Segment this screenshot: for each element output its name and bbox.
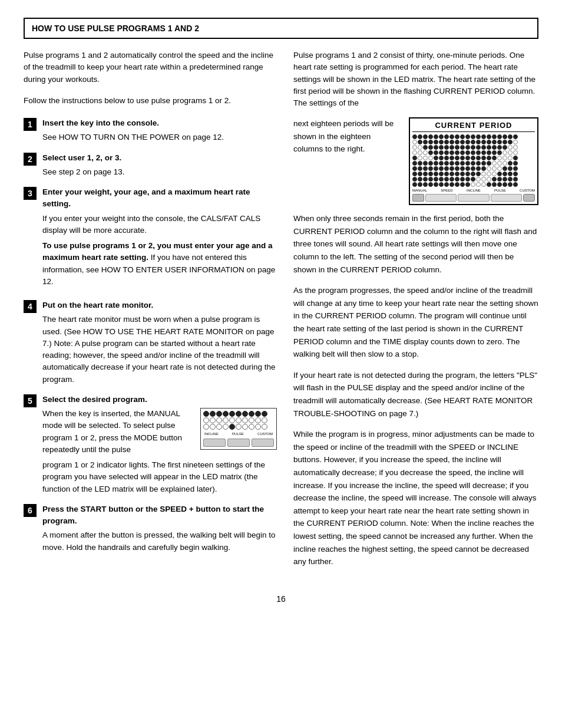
cp-dot	[412, 140, 417, 144]
cp-dot	[428, 145, 433, 150]
cp-dot	[487, 182, 491, 187]
cp-dot	[423, 140, 428, 144]
dot	[262, 417, 267, 423]
cp-row-10	[412, 182, 535, 187]
title-box: HOW TO USE PULSE PROGRAMS 1 AND 2	[24, 18, 538, 39]
dot	[242, 411, 248, 417]
cp-dot	[444, 172, 449, 176]
step-2-body: See step 2 on page 13.	[42, 166, 125, 178]
cp-dot	[412, 166, 417, 171]
cp-dot	[481, 156, 486, 160]
cp-row-1	[412, 134, 535, 139]
cp-dot	[497, 134, 502, 139]
cp-dot	[412, 161, 417, 166]
dot	[210, 411, 216, 417]
cp-dot	[476, 177, 481, 182]
cp-dot	[418, 161, 422, 166]
cp-dot	[513, 172, 518, 176]
follow-text: Follow the instructions below to use pul…	[24, 95, 277, 107]
cp-dot	[492, 177, 497, 182]
cp-dot	[481, 172, 486, 176]
cp-dot	[418, 150, 422, 155]
cp-dot	[503, 140, 507, 144]
cp-dot	[471, 145, 475, 150]
label-speed: SPEED	[441, 189, 452, 192]
dot	[223, 424, 229, 430]
step-5-diagram: When the key is inserted, the MANUAL mod…	[42, 408, 277, 456]
cp-dot	[476, 156, 481, 160]
step-3: 3 Enter your weight, your age, and a max…	[24, 186, 277, 291]
step-4-title: Put on the heart rate monitor.	[42, 299, 277, 311]
led-button-3	[252, 439, 274, 447]
cp-dot	[428, 166, 433, 171]
step-1-content: Insert the key into the console. See HOW…	[42, 117, 224, 144]
cp-dot	[513, 145, 518, 150]
cp-dot	[449, 150, 454, 155]
dot	[255, 417, 261, 423]
cp-dot	[487, 150, 491, 155]
step-4-content: Put on the heart rate monitor. The heart…	[42, 299, 277, 386]
cp-dot	[513, 166, 518, 171]
cp-dot	[481, 140, 486, 144]
cp-dot	[508, 182, 513, 187]
cp-dot	[423, 150, 428, 155]
step-4: 4 Put on the heart rate monitor. The hea…	[24, 299, 277, 386]
cp-dot	[428, 140, 433, 144]
cp-dot	[412, 145, 417, 150]
cp-dot	[428, 182, 433, 187]
page-title: HOW TO USE PULSE PROGRAMS 1 AND 2	[32, 24, 199, 33]
intro-text: Pulse programs 1 and 2 automatically con…	[24, 50, 277, 85]
cp-dot	[471, 172, 475, 176]
cp-dot	[487, 177, 491, 182]
cp-dot	[449, 140, 454, 144]
cp-dot	[476, 140, 481, 144]
dot	[242, 417, 248, 423]
cp-row-2	[412, 140, 535, 144]
cp-dot	[434, 177, 438, 182]
cp-dot	[434, 145, 438, 150]
cp-dot	[497, 140, 502, 144]
cp-dot	[503, 150, 507, 155]
label-incline: INCLINE	[204, 431, 219, 437]
cp-dot	[503, 156, 507, 160]
cp-dot	[428, 156, 433, 160]
cp-dot	[418, 140, 422, 144]
cp-row-9	[412, 177, 535, 182]
cp-dot	[497, 156, 502, 160]
cp-dot	[460, 140, 465, 144]
cp-dot	[428, 134, 433, 139]
cp-dot	[434, 182, 438, 187]
cp-dot	[455, 172, 459, 176]
cp-dot	[497, 177, 502, 182]
cp-dot	[492, 161, 497, 166]
cp-dot	[423, 172, 428, 176]
cp-dot	[481, 145, 486, 150]
cp-dot	[449, 177, 454, 182]
cp-dot	[471, 156, 475, 160]
cp-dot	[471, 182, 475, 187]
cp-dot	[460, 182, 465, 187]
cp-dot	[449, 182, 454, 187]
cp-dot	[465, 156, 470, 160]
step-3-body: If you enter your weight into the consol…	[42, 213, 277, 288]
current-period-box: CURRENT PERIOD	[409, 117, 538, 205]
cp-dot	[481, 161, 486, 166]
cp-dot	[487, 156, 491, 160]
led-row-3	[203, 424, 274, 430]
step-3-body2: To use pulse programs 1 or 2, you must e…	[42, 240, 277, 288]
cp-dot	[492, 145, 497, 150]
cp-dot	[428, 177, 433, 182]
cp-dot	[412, 177, 417, 182]
dot	[249, 411, 254, 417]
step-3-content: Enter your weight, your age, and a maxim…	[42, 186, 277, 291]
cp-dot	[412, 156, 417, 160]
cp-dot	[476, 161, 481, 166]
cp-dot	[460, 134, 465, 139]
dot	[255, 424, 261, 430]
cp-dot	[508, 166, 513, 171]
cp-dot	[439, 166, 444, 171]
cp-dot	[423, 182, 428, 187]
cp-dot	[471, 134, 475, 139]
dot	[236, 411, 242, 417]
cp-dot	[508, 156, 513, 160]
